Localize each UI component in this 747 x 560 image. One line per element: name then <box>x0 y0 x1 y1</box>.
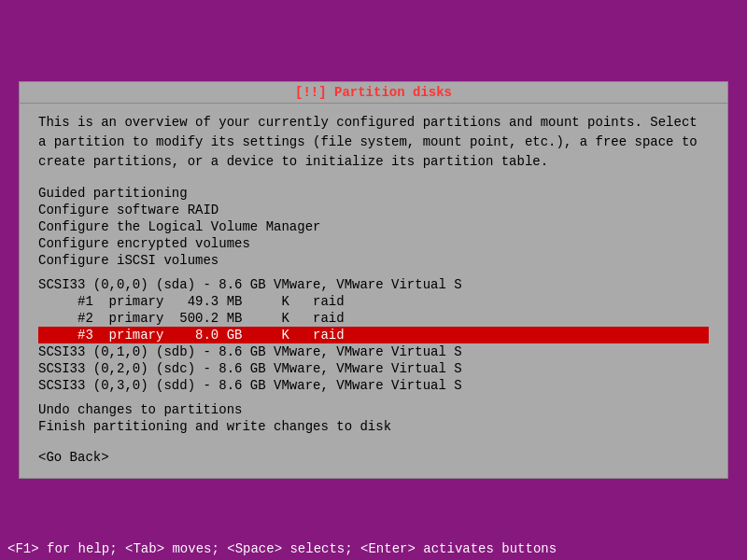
list-item[interactable]: Configure encrypted volumes <box>38 235 709 252</box>
list-item[interactable]: Configure the Logical Volume Manager <box>38 218 709 235</box>
partition-entry[interactable]: #1 primary 49.3 MB K raid <box>38 293 709 310</box>
screen-wrapper: [!!] Partition disks This is an overview… <box>0 0 747 560</box>
dialog-title: [!!] Partition disks <box>295 85 452 100</box>
partition-entry[interactable]: SCSI33 (0,0,0) (sda) - 8.6 GB VMware, VM… <box>38 276 709 293</box>
dialog: [!!] Partition disks This is an overview… <box>19 81 728 479</box>
dialog-content: This is an overview of your currently co… <box>20 104 727 478</box>
partition-entry[interactable]: #2 primary 500.2 MB K raid <box>38 310 709 327</box>
list-item[interactable]: Configure software RAID <box>38 202 709 218</box>
list-item[interactable]: Guided partitioning <box>38 185 709 202</box>
dialog-title-bar: [!!] Partition disks <box>20 82 727 104</box>
partition-entry-selected[interactable]: #3 primary 8.0 GB K raid <box>38 327 709 343</box>
description-text: This is an overview of your currently co… <box>38 113 709 172</box>
partition-entry[interactable]: SCSI33 (0,1,0) (sdb) - 8.6 GB VMware, VM… <box>38 343 709 360</box>
partition-entry[interactable]: SCSI33 (0,2,0) (sdc) - 8.6 GB VMware, VM… <box>38 360 709 377</box>
status-bar-text: <F1> for help; <Tab> moves; <Space> sele… <box>7 541 557 556</box>
status-bar: <F1> for help; <Tab> moves; <Space> sele… <box>0 538 747 560</box>
go-back-button[interactable]: <Go Back> <box>38 450 709 465</box>
list-item[interactable]: Configure iSCSI volumes <box>38 252 709 269</box>
footer-item[interactable]: Finish partitioning and write changes to… <box>38 418 709 435</box>
partition-entry[interactable]: SCSI33 (0,3,0) (sdd) - 8.6 GB VMware, VM… <box>38 377 709 394</box>
footer-item[interactable]: Undo changes to partitions <box>38 401 709 418</box>
partition-list: Guided partitioning Configure software R… <box>38 185 709 435</box>
